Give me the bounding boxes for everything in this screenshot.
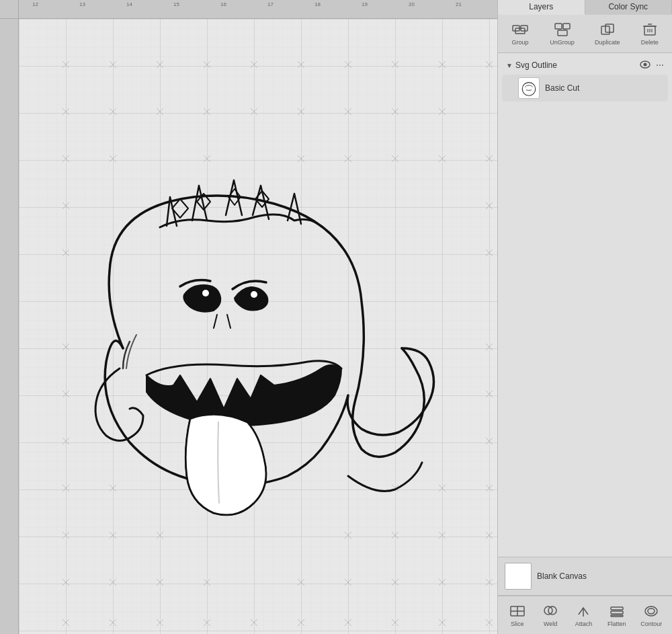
ruler-tick: 20 [409, 1, 415, 7]
bottom-toolbar: Slice Weld Attach [498, 596, 672, 634]
duplicate-button[interactable]: Duplicate [591, 19, 624, 48]
layer-item-basic-cut[interactable]: Basic Cut [502, 75, 668, 102]
svg-point-168 [648, 608, 655, 614]
ruler-tick: 13 [79, 1, 85, 7]
drawing-svg [19, 19, 497, 634]
attach-icon [574, 603, 593, 619]
svg-rect-145 [563, 24, 570, 29]
svg-rect-166 [611, 615, 623, 617]
layer-item-name: Basic Cut [545, 83, 579, 93]
ruler-tick: 19 [362, 1, 368, 7]
tab-layers[interactable]: Layers [498, 0, 585, 15]
slice-icon [508, 603, 527, 619]
ruler-tick: 15 [173, 1, 179, 7]
svg-point-140 [251, 291, 257, 298]
contour-label: Contour [640, 621, 662, 627]
layer-group-header[interactable]: ▼ Svg Outline ⋯ [502, 57, 668, 73]
ruler-corner [0, 0, 19, 19]
layer-group-name: Svg Outline [515, 61, 557, 70]
svg-point-156 [644, 63, 647, 67]
canvas-label: Blank Canvas [537, 571, 587, 581]
canvas-area: 12 13 14 15 16 17 18 19 20 21 [0, 0, 497, 634]
svg-point-139 [202, 290, 209, 296]
svg-rect-144 [555, 24, 562, 29]
ruler-vertical [0, 19, 19, 634]
ruler-tick: 12 [32, 1, 38, 7]
group-icon [511, 22, 530, 38]
slice-button[interactable]: Slice [504, 600, 531, 630]
ruler-tick: 21 [456, 1, 462, 7]
delete-button[interactable]: Delete [636, 19, 663, 48]
svg-point-167 [645, 606, 657, 616]
eye-icon[interactable] [640, 60, 650, 71]
ruler-horizontal: 12 13 14 15 16 17 18 19 20 21 [19, 0, 497, 19]
weld-label: Weld [544, 621, 557, 627]
svg-rect-164 [611, 607, 623, 610]
weld-button[interactable]: Weld [537, 600, 564, 630]
svg-rect-165 [611, 611, 623, 614]
layer-thumbnail [518, 77, 540, 99]
attach-label: Attach [575, 621, 593, 627]
contour-icon [642, 603, 661, 619]
ruler-tick: 17 [267, 1, 274, 7]
layers-section: ▼ Svg Outline ⋯ B [498, 53, 672, 308]
duplicate-icon [598, 22, 617, 38]
ruler-tick: 16 [220, 1, 226, 7]
group-label: Group [512, 39, 529, 46]
right-panel: Layers Color Sync Group UnGro [497, 0, 672, 634]
canvas-selector[interactable]: Blank Canvas [498, 557, 672, 596]
slice-label: Slice [511, 621, 524, 627]
svg-rect-146 [558, 30, 567, 36]
ungroup-label: UnGroup [550, 39, 575, 46]
ungroup-icon [553, 22, 572, 38]
weld-icon [541, 603, 560, 619]
delete-icon [640, 22, 659, 38]
canvas-content[interactable] [19, 19, 497, 634]
ungroup-button[interactable]: UnGroup [546, 19, 579, 48]
canvas-thumbnail [505, 563, 532, 590]
duplicate-label: Duplicate [595, 39, 620, 46]
ruler-tick: 18 [314, 1, 321, 7]
ruler-tick: 14 [126, 1, 132, 7]
svg-point-157 [522, 83, 536, 96]
layer-settings-icon[interactable]: ⋯ [656, 61, 664, 70]
layer-group-svg-outline: ▼ Svg Outline ⋯ B [502, 57, 668, 102]
panel-spacer [498, 308, 672, 557]
flatten-label: Flatten [607, 621, 626, 627]
contour-button[interactable]: Contour [636, 600, 666, 630]
layers-toolbar: Group UnGroup Duplicate [498, 15, 672, 53]
flatten-icon [607, 603, 626, 619]
group-button[interactable]: Group [507, 19, 534, 48]
tab-color-sync[interactable]: Color Sync [585, 0, 673, 15]
collapse-arrow-icon: ▼ [506, 62, 513, 69]
flatten-button[interactable]: Flatten [603, 600, 630, 630]
attach-button[interactable]: Attach [570, 600, 597, 630]
delete-label: Delete [641, 39, 659, 46]
tabs-row: Layers Color Sync [498, 0, 672, 15]
svg-rect-2 [19, 19, 497, 634]
